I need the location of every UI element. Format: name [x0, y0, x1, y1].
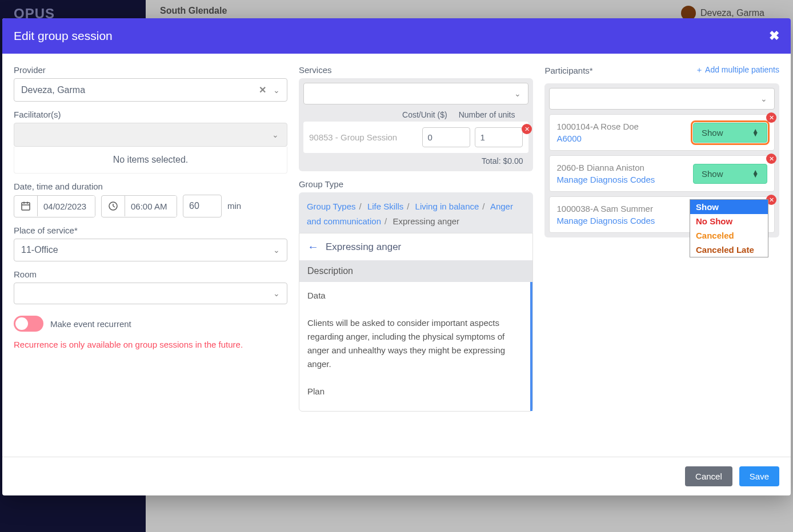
- units-input[interactable]: [475, 127, 523, 147]
- calendar-icon: [14, 196, 38, 216]
- services-total: Total: $0.00: [303, 153, 529, 167]
- middle-column: Services ⌄ Cost/Unit ($) Number of units…: [299, 65, 534, 445]
- modal-title: Edit group session: [14, 29, 113, 43]
- cancel-button[interactable]: Cancel: [685, 466, 732, 486]
- left-column: Provider Deveza, Garma ✕ ⌄ Facilitator(s…: [14, 65, 287, 445]
- provider-select[interactable]: Deveza, Garma ✕ ⌄: [14, 78, 287, 102]
- status-button[interactable]: Show ▲▼: [693, 164, 767, 184]
- sort-icon: ▲▼: [752, 170, 759, 177]
- place-label: Place of service*: [14, 225, 287, 235]
- breadcrumb-link[interactable]: Living in balance: [415, 201, 479, 211]
- status-button[interactable]: Show ▲▼: [693, 123, 767, 143]
- facilitators-group: Facilitator(s) ⌄ No items selected.: [14, 110, 287, 174]
- plus-icon: ＋: [695, 65, 703, 74]
- breadcrumb-current: Expressing anger: [393, 216, 459, 226]
- caret-down-icon: ⌄: [273, 86, 280, 95]
- time-input[interactable]: [125, 196, 177, 217]
- datetime-group: Date, time and duration: [14, 182, 287, 217]
- min-label: min: [227, 201, 245, 211]
- service-name: 90853 - Group Session: [309, 132, 418, 143]
- services-card: ⌄ Cost/Unit ($) Number of units 90853 - …: [299, 78, 534, 171]
- remove-participant-icon[interactable]: ✕: [766, 112, 776, 123]
- participant-id: 1000104-A Rose Doe: [556, 120, 687, 132]
- caret-down-icon: ⌄: [514, 89, 521, 98]
- service-headers: Cost/Unit ($) Number of units: [303, 104, 529, 122]
- provider-value: Deveza, Garma: [21, 85, 85, 95]
- participant-code-link[interactable]: A6000: [556, 132, 687, 144]
- services-label: Services: [299, 65, 534, 75]
- group-type-title-row: ← Expressing anger: [299, 233, 533, 260]
- place-group: Place of service* 11-Office ⌄: [14, 225, 287, 261]
- cost-header: Cost/Unit ($): [402, 110, 447, 119]
- svg-rect-0: [22, 203, 30, 210]
- services-group: Services ⌄ Cost/Unit ($) Number of units…: [299, 65, 534, 171]
- duration-input[interactable]: [183, 195, 222, 217]
- recurrent-row: Make event recurrent: [14, 316, 287, 332]
- place-select[interactable]: 11-Office ⌄: [14, 239, 287, 261]
- participants-card: ⌄ 1000104-A Rose Doe A6000 Show ▲▼ ✕: [544, 83, 779, 237]
- modal-body: Provider Deveza, Garma ✕ ⌄ Facilitator(s…: [2, 54, 791, 457]
- recurrent-toggle[interactable]: [14, 316, 43, 332]
- status-option-noshow[interactable]: No Show: [690, 214, 768, 228]
- remove-service-icon[interactable]: ✕: [522, 124, 532, 134]
- recurrence-warning: Recurrence is only available on group se…: [14, 340, 287, 349]
- group-type-title: Expressing anger: [326, 241, 401, 253]
- facilitators-select[interactable]: ⌄: [17, 126, 285, 144]
- time-input-wrap[interactable]: [101, 195, 177, 217]
- group-type-group: Group Type Group Types/ Life Skills/ Liv…: [299, 179, 534, 412]
- status-option-canceled-late[interactable]: Canceled Late: [690, 243, 768, 257]
- facilitators-box: ⌄: [14, 123, 287, 147]
- participant-row: 1000104-A Rose Doe A6000 Show ▲▼ ✕: [549, 114, 775, 151]
- breadcrumb-link[interactable]: Group Types: [307, 201, 356, 211]
- participant-row: 2060-B Dianna Aniston Manage Diagnosis C…: [549, 155, 775, 192]
- service-row: 90853 - Group Session ✕: [303, 122, 529, 153]
- date-input-wrap[interactable]: [14, 195, 95, 217]
- group-type-breadcrumb: Group Types/ Life Skills/ Living in bala…: [299, 192, 534, 235]
- participant-manage-link[interactable]: Manage Diagnosis Codes: [556, 174, 687, 186]
- participant-id: 1000038-A Sam Summer: [556, 203, 683, 215]
- status-option-canceled[interactable]: Canceled: [690, 228, 768, 243]
- remove-participant-icon[interactable]: ✕: [766, 154, 776, 164]
- group-type-detail: ← Expressing anger Description Data Clie…: [299, 233, 534, 412]
- participants-header: Participants* ＋ Add multiple patients: [544, 65, 779, 75]
- modal-footer: Cancel Save: [2, 457, 791, 495]
- participant-row: 1000038-A Sam Summer Manage Diagnosis Co…: [549, 196, 775, 233]
- cost-input[interactable]: [422, 127, 470, 147]
- group-type-label: Group Type: [299, 179, 534, 189]
- save-button[interactable]: Save: [739, 466, 779, 486]
- units-header: Number of units: [459, 110, 515, 119]
- caret-down-icon: ⌄: [760, 94, 767, 103]
- recurrent-label: Make event recurrent: [50, 319, 131, 329]
- back-arrow-icon[interactable]: ←: [307, 240, 319, 253]
- room-select[interactable]: ⌄: [14, 283, 287, 304]
- right-column: Participants* ＋ Add multiple patients ⌄ …: [544, 65, 779, 445]
- service-select[interactable]: ⌄: [303, 83, 529, 104]
- room-group: Room ⌄: [14, 269, 287, 304]
- room-label: Room: [14, 269, 287, 279]
- place-value: 11-Office: [21, 245, 58, 255]
- caret-down-icon: ⌄: [273, 245, 280, 255]
- participant-select[interactable]: ⌄: [549, 88, 775, 110]
- modal-header: Edit group session ✖: [2, 18, 791, 54]
- description-body[interactable]: Data Clients will be asked to consider i…: [299, 282, 533, 411]
- participant-id: 2060-B Dianna Aniston: [556, 162, 687, 174]
- description-header: Description: [299, 260, 533, 282]
- sort-icon: ▲▼: [752, 129, 759, 136]
- add-multiple-link[interactable]: ＋ Add multiple patients: [695, 65, 779, 75]
- status-dropdown: Show No Show Canceled Canceled Late: [690, 199, 768, 257]
- provider-group: Provider Deveza, Garma ✕ ⌄: [14, 65, 287, 102]
- desc-data-p: Clients will be asked to consider import…: [307, 316, 523, 371]
- participants-label: Participants*: [544, 66, 592, 75]
- status-option-show[interactable]: Show: [690, 200, 768, 214]
- edit-group-session-modal: Edit group session ✖ Provider Deveza, Ga…: [2, 18, 791, 495]
- facilitators-empty: No items selected.: [14, 147, 287, 174]
- provider-label: Provider: [14, 65, 287, 75]
- close-icon[interactable]: ✖: [769, 29, 779, 43]
- breadcrumb-link[interactable]: Life Skills: [367, 201, 403, 211]
- caret-down-icon: ⌄: [273, 289, 280, 298]
- datetime-label: Date, time and duration: [14, 182, 287, 191]
- date-input[interactable]: [38, 196, 95, 217]
- participant-manage-link[interactable]: Manage Diagnosis Codes: [556, 215, 683, 227]
- desc-data-h: Data: [307, 289, 523, 303]
- clear-icon[interactable]: ✕: [259, 85, 266, 95]
